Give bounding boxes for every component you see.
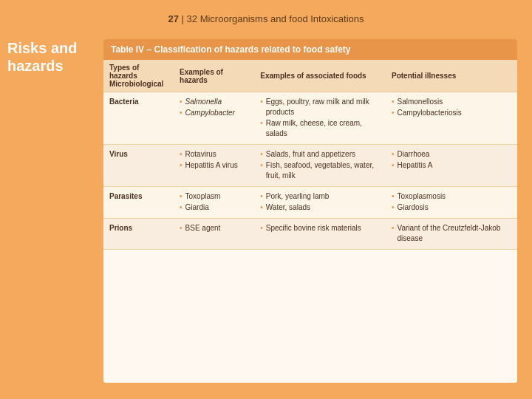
table-caption: Table IV – Classification of hazards rel…	[103, 39, 517, 60]
food-examples-bacteria: Eggs, poultry, raw milk and milk product…	[254, 92, 386, 145]
hazards-table-container: Table IV – Classification of hazards rel…	[103, 39, 517, 383]
illnesses-bacteria: Salmonellosis Campylobacteriosis	[386, 92, 517, 145]
separator: |	[179, 13, 187, 24]
page-number: 27	[168, 13, 179, 24]
table-row: Bacteria Salmonella Campylobacter Eggs, …	[103, 92, 517, 145]
illnesses-prions: Variant of the Creutzfeldt-Jakob disease	[386, 219, 517, 250]
hazard-type-prions: Prions	[103, 219, 174, 250]
chapter-title: 32 Microorganisms and food Intoxications	[187, 13, 364, 24]
table-header-row: Types of hazardsMicrobiological Examples…	[103, 60, 517, 92]
hazard-examples-prions: BSE agent	[174, 219, 254, 250]
hazard-type-bacteria: Bacteria	[103, 92, 174, 145]
illnesses-virus: Diarrhoea Hepatitis A	[386, 145, 517, 187]
table-row: Virus Rotavirus Hepatitis A virus Salads…	[103, 145, 517, 187]
table-row: Prions BSE agent Specific bovine risk ma…	[103, 219, 517, 250]
food-examples-prions: Specific bovine risk materials	[254, 219, 386, 250]
food-examples-virus: Salads, fruit and appetizers Fish, seafo…	[254, 145, 386, 187]
col-header-foods: Examples of associated foods	[254, 60, 386, 92]
table-row: Parasites Toxoplasm Giardia Pork, yearli…	[103, 187, 517, 219]
page-header: 27 | 32 Microorganisms and food Intoxica…	[0, 0, 532, 32]
sidebar-title: Risks and hazards	[7, 39, 89, 75]
col-header-illnesses: Potential illnesses	[386, 60, 517, 92]
col-header-type: Types of hazardsMicrobiological	[103, 60, 174, 92]
sidebar: Risks and hazards	[7, 39, 89, 383]
hazard-type-parasites: Parasites	[103, 187, 174, 219]
hazard-type-virus: Virus	[103, 145, 174, 187]
illnesses-parasites: Toxoplasmosis Giardosis	[386, 187, 517, 219]
hazard-examples-bacteria: Salmonella Campylobacter	[174, 92, 254, 145]
col-header-examples: Examples of hazards	[174, 60, 254, 92]
food-examples-parasites: Pork, yearling lamb Water, salads	[254, 187, 386, 219]
hazard-examples-virus: Rotavirus Hepatitis A virus	[174, 145, 254, 187]
hazards-table: Types of hazardsMicrobiological Examples…	[103, 60, 517, 250]
hazard-examples-parasites: Toxoplasm Giardia	[174, 187, 254, 219]
